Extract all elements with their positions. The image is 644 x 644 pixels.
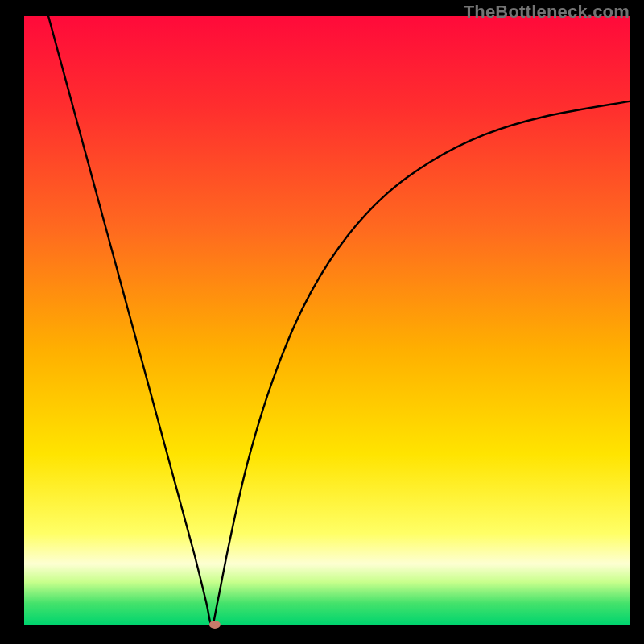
chart-plot-area	[24, 16, 630, 625]
bottleneck-chart	[0, 0, 644, 644]
watermark-text: TheBottleneck.com	[464, 2, 630, 23]
optimal-point-marker	[209, 621, 221, 629]
chart-container: TheBottleneck.com	[0, 0, 644, 644]
